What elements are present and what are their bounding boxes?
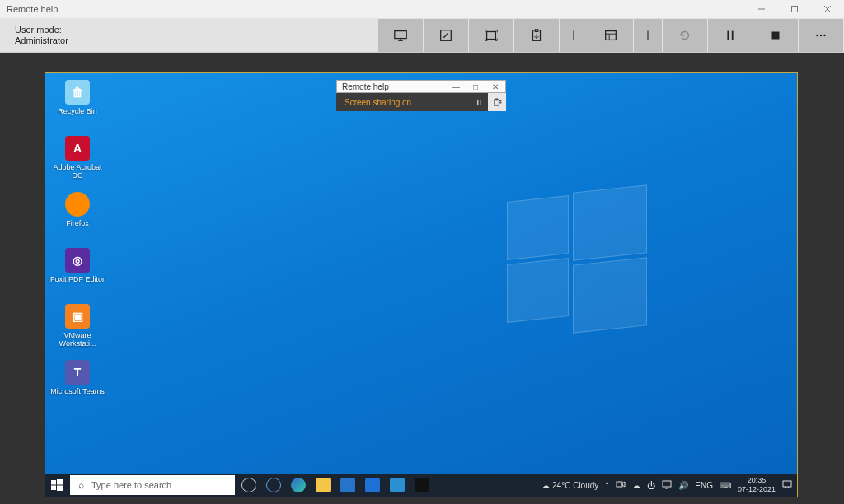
clipboard-icon	[493, 98, 502, 107]
close-button[interactable]	[811, 0, 844, 18]
app-titlebar: Remote help	[0, 0, 844, 18]
desktop-icon-recycle-bin[interactable]: 🗑Recycle Bin	[49, 80, 106, 133]
svg-line-8	[443, 33, 448, 37]
svg-rect-37	[51, 480, 56, 485]
annotate-button[interactable]	[424, 19, 469, 52]
remote-taskbar: ⌕ Type here to search ☁ 24°C Cloudy ˄ ☁ …	[45, 474, 797, 497]
remote-stage: 🗑Recycle BinAAdobe Acrobat DCFirefox◎Fox…	[0, 53, 844, 504]
notifications-button[interactable]	[782, 479, 792, 491]
desktop-icon-firefox[interactable]: Firefox	[49, 192, 106, 245]
svg-point-29	[816, 34, 818, 35]
task-manager-button[interactable]	[514, 19, 560, 52]
notification-icon	[782, 479, 792, 489]
desktop-icon-label: Firefox	[66, 219, 89, 227]
remote-desktop[interactable]: 🗑Recycle BinAAdobe Acrobat DCFirefox◎Fox…	[45, 73, 797, 497]
minimize-button[interactable]	[745, 0, 778, 18]
search-placeholder: Type here to search	[91, 480, 171, 490]
task-view-button[interactable]	[237, 474, 261, 497]
svg-rect-1	[792, 7, 798, 12]
instruction-button[interactable]	[588, 19, 634, 52]
mail-button[interactable]	[360, 474, 385, 497]
remote-help-floatbar: Remote help — □ ✕ Screen sharing on	[336, 80, 506, 111]
desktop-icon-acrobat[interactable]: AAdobe Acrobat DC	[49, 136, 106, 189]
floatbar-close-button[interactable]: ✕	[485, 82, 505, 91]
pause-button[interactable]	[708, 19, 753, 52]
ime-icon[interactable]: ⌨	[720, 481, 731, 490]
svg-rect-9	[487, 31, 496, 39]
desktop-icon-vmware[interactable]: ▣VMware Workstati...	[49, 304, 106, 357]
acrobat-icon: A	[65, 136, 90, 161]
desktop-icons: 🗑Recycle BinAAdobe Acrobat DCFirefox◎Fox…	[49, 80, 115, 416]
user-mode-label: User mode: Administrator	[0, 21, 83, 49]
taskview-icon	[241, 478, 256, 492]
monitor-small-icon	[662, 479, 672, 489]
floatbar-pause-button[interactable]	[470, 93, 488, 111]
remote-help-task-button[interactable]	[385, 474, 410, 497]
store-button[interactable]	[335, 474, 360, 497]
app-toolbar: User mode: Administrator	[0, 18, 844, 53]
minimize-icon	[757, 5, 766, 13]
remotehelp-icon	[390, 478, 405, 492]
power-icon[interactable]: ⏻	[647, 481, 655, 490]
maximize-icon	[790, 5, 799, 13]
terminal-button[interactable]	[410, 474, 434, 497]
floatbar-minimize-button[interactable]: —	[446, 82, 466, 91]
folder-icon	[316, 478, 331, 492]
monitor-icon	[393, 28, 408, 43]
search-icon: ⌕	[70, 479, 91, 491]
terminal-icon	[415, 478, 429, 492]
sound-icon[interactable]: 🔊	[678, 481, 688, 490]
more-button[interactable]	[799, 19, 844, 52]
cortana-button[interactable]	[261, 474, 286, 497]
fit-button[interactable]	[469, 19, 514, 52]
svg-point-30	[820, 34, 822, 35]
desktop-icon-label: Adobe Acrobat DC	[49, 163, 106, 180]
desktop-icon-foxit[interactable]: ◎Foxit PDF Editor	[49, 248, 106, 301]
clock-date: 07-12-2021	[738, 485, 776, 494]
taskbar-clock[interactable]: 20:35 07-12-2021	[738, 476, 776, 494]
system-tray: ☁ 24°C Cloudy ˄ ☁ ⏻ 🔊 ENG ⌨ 20:35 07-12-…	[542, 476, 797, 494]
svg-rect-39	[51, 486, 56, 491]
floatbar-clipboard-button[interactable]	[488, 93, 506, 111]
svg-rect-38	[57, 479, 63, 485]
user-mode-value: Administrator	[15, 35, 68, 46]
screens-button[interactable]	[378, 19, 424, 52]
panel-icon	[603, 28, 618, 43]
floatbar-titlebar[interactable]: Remote help — □ ✕	[336, 80, 506, 93]
mail-icon	[365, 478, 380, 492]
divider-icon	[640, 28, 655, 43]
language-indicator[interactable]: ENG	[695, 481, 713, 490]
recycle-bin-icon: 🗑	[65, 80, 90, 105]
cortana-icon	[266, 478, 281, 492]
refresh-button[interactable]	[663, 19, 708, 52]
store-icon	[340, 478, 355, 492]
maximize-button[interactable]	[778, 0, 811, 18]
user-mode-caption: User mode:	[15, 25, 68, 35]
floatbar-title: Remote help	[337, 82, 446, 91]
firefox-icon	[65, 192, 90, 217]
stop-button[interactable]	[753, 19, 799, 52]
windows-logo-icon	[507, 189, 647, 329]
meet-now-icon[interactable]	[616, 479, 626, 491]
windows-icon	[51, 479, 63, 491]
close-icon	[823, 5, 832, 13]
pause-icon	[723, 28, 738, 43]
tray-chevron-button[interactable]: ˄	[605, 481, 609, 490]
weather-widget[interactable]: ☁ 24°C Cloudy	[542, 481, 598, 490]
taskbar-search[interactable]: ⌕ Type here to search	[70, 475, 235, 495]
foxit-icon: ◎	[65, 248, 90, 273]
floatbar-maximize-button[interactable]: □	[466, 82, 485, 91]
svg-rect-43	[663, 481, 671, 487]
onedrive-icon[interactable]: ☁	[632, 481, 640, 490]
network-icon[interactable]	[662, 479, 672, 491]
camera-icon	[616, 479, 626, 489]
weather-text: 24°C Cloudy	[552, 481, 598, 490]
desktop-icon-label: VMware Workstati...	[49, 331, 106, 348]
svg-rect-28	[772, 31, 780, 39]
explorer-button[interactable]	[311, 474, 335, 497]
start-button[interactable]	[45, 474, 68, 497]
more-icon	[814, 28, 828, 43]
edge-button[interactable]	[286, 474, 311, 497]
floatbar-message: Screen sharing on	[336, 98, 470, 107]
desktop-icon-teams[interactable]: TMicrosoft Teams	[49, 360, 106, 413]
